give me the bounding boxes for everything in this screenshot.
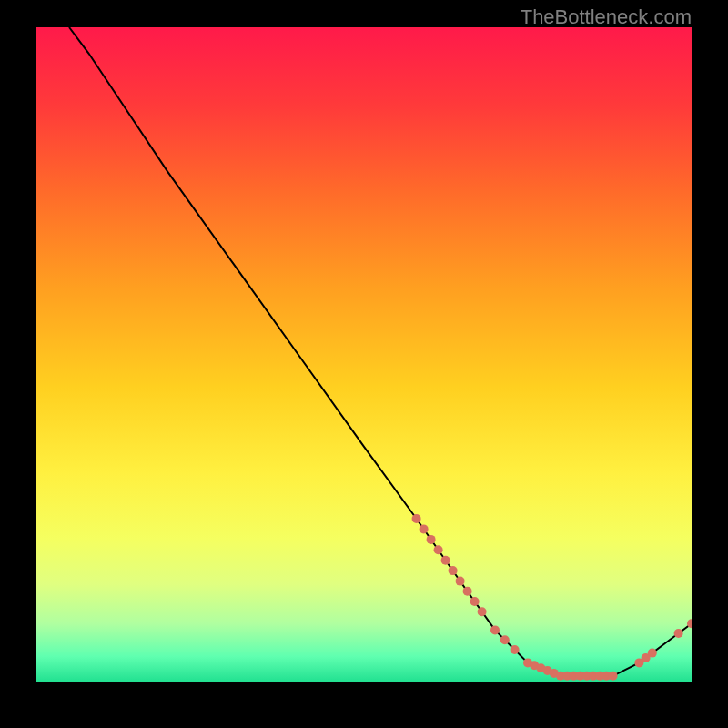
- data-point: [434, 545, 443, 554]
- data-markers: [412, 514, 692, 681]
- data-point: [478, 607, 487, 616]
- data-point: [500, 635, 510, 644]
- data-point: [420, 524, 429, 533]
- data-point: [490, 625, 500, 634]
- data-point: [511, 645, 520, 654]
- watermark-text: TheBottleneck.com: [521, 5, 692, 29]
- bottleneck-curve: [69, 27, 692, 676]
- data-point: [441, 556, 450, 565]
- data-point: [449, 566, 458, 575]
- data-point: [412, 514, 421, 523]
- data-point: [470, 597, 480, 606]
- data-point: [609, 672, 618, 681]
- data-point: [456, 577, 465, 586]
- chart-curve-layer: [36, 27, 692, 682]
- data-point: [648, 649, 657, 658]
- data-point: [674, 629, 683, 638]
- chart-plot-area: [36, 27, 692, 682]
- data-point: [427, 535, 436, 544]
- data-point: [463, 587, 472, 596]
